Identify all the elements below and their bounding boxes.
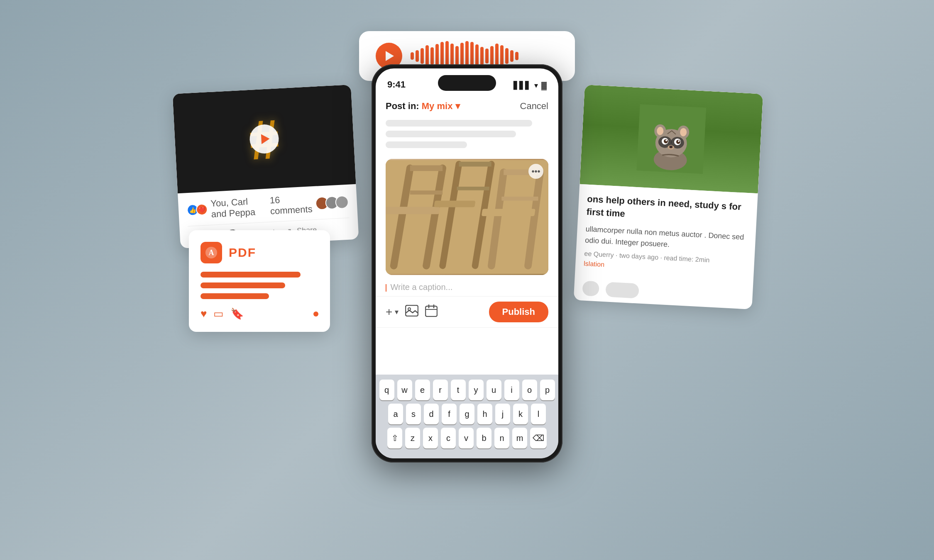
- post-image-menu-button[interactable]: •••: [528, 164, 543, 179]
- heart-action-icon[interactable]: ♥: [200, 307, 207, 320]
- waveform-bar: [485, 49, 489, 63]
- key-y[interactable]: y: [469, 380, 484, 400]
- article-image: [579, 85, 763, 193]
- waveform-bar: [505, 48, 509, 64]
- waveform-bar: [416, 50, 419, 62]
- key-u[interactable]: u: [487, 380, 501, 400]
- publish-button[interactable]: Publish: [489, 302, 548, 322]
- waveform-bar: [430, 47, 434, 65]
- wifi-icon: ▾: [534, 81, 538, 90]
- pdf-card: A PDF ♥ ▭ 🔖: [189, 230, 330, 332]
- waveform-bar: [421, 48, 424, 64]
- pdf-bar-1: [200, 272, 301, 278]
- image-button[interactable]: [405, 305, 418, 319]
- key-g[interactable]: g: [460, 404, 474, 424]
- waveform-bar: [515, 52, 518, 60]
- key-e[interactable]: e: [415, 380, 430, 400]
- fb-video-thumbnail: #: [173, 85, 356, 193]
- key-k[interactable]: k: [513, 404, 528, 424]
- calendar-button[interactable]: [425, 304, 438, 320]
- key-s[interactable]: s: [406, 404, 421, 424]
- article-title: ons help others in need, study s for fir…: [586, 193, 749, 227]
- article-excerpt: ullamcorper nulla non metus auctor . Don…: [585, 223, 748, 254]
- pdf-header: A PDF: [200, 242, 318, 263]
- key-%E2%87%A7[interactable]: ⇧: [387, 428, 402, 448]
- heart-icon: ❤️: [196, 203, 208, 215]
- pdf-bar-3: [200, 293, 269, 299]
- phone-frame: 9:41 ▋▋▋ ▾ ▓ Post in: My mix ▾ Cancel: [372, 64, 562, 463]
- waveform-bar: [425, 45, 429, 67]
- svg-rect-32: [386, 207, 440, 214]
- cancel-button[interactable]: Cancel: [520, 101, 548, 112]
- waveform-bar: [490, 46, 494, 66]
- phone-content: Post in: My mix ▾ Cancel: [376, 93, 558, 458]
- facebook-card: # 👍 ❤️ You, Carl and Peppa 16 comments 👍…: [173, 85, 359, 248]
- article-content: ons help others in need, study s for fir…: [575, 184, 758, 285]
- post-toolbar: + ▾: [376, 297, 558, 328]
- comment-action-icon[interactable]: ▭: [213, 307, 224, 320]
- key-n[interactable]: n: [494, 428, 509, 448]
- waveform-bar: [500, 45, 504, 67]
- keyboard-row-1: qwertyuiop: [379, 380, 555, 400]
- avatar-3: [335, 195, 349, 209]
- key-%E2%8C%AB[interactable]: ⌫: [530, 428, 547, 448]
- keyboard-row-3: ⇧zxcvbnm⌫: [379, 428, 555, 448]
- reaction-text: You, Carl and Peppa: [210, 195, 266, 220]
- waveform-bar: [510, 50, 513, 62]
- key-f[interactable]: f: [442, 404, 457, 424]
- caption-placeholder: Write a caption...: [391, 282, 453, 292]
- key-x[interactable]: x: [423, 428, 438, 448]
- article-action-btn-2[interactable]: [605, 282, 639, 298]
- pdf-bar-2: [200, 282, 285, 288]
- fb-reactions-row: 👍 ❤️ You, Carl and Peppa 16 comments: [186, 191, 349, 221]
- keyboard-row-2: asdfghjkl: [379, 404, 555, 424]
- post-image-container: •••: [386, 159, 548, 275]
- text-line-2: [386, 131, 516, 137]
- key-j[interactable]: j: [495, 404, 510, 424]
- key-d[interactable]: d: [424, 404, 439, 424]
- key-q[interactable]: q: [379, 380, 394, 400]
- status-icons: ▋▋▋ ▾ ▓: [513, 81, 547, 90]
- key-m[interactable]: m: [512, 428, 527, 448]
- pdf-icon: A: [200, 242, 222, 263]
- svg-rect-33: [434, 201, 475, 207]
- article-action-btn-1[interactable]: [582, 280, 599, 296]
- raccoon-illustration: [636, 104, 706, 174]
- bookmark-action-icon[interactable]: 🔖: [230, 307, 244, 320]
- svg-text:A: A: [209, 248, 214, 257]
- text-line-3: [386, 141, 467, 148]
- post-in-label: Post in: My mix ▾: [386, 101, 460, 112]
- key-h[interactable]: h: [477, 404, 492, 424]
- raccoon-background: [579, 85, 763, 193]
- key-r[interactable]: r: [433, 380, 448, 400]
- key-z[interactable]: z: [405, 428, 420, 448]
- key-o[interactable]: o: [522, 380, 537, 400]
- commenter-avatars: [315, 195, 349, 210]
- waveform-bar: [411, 52, 414, 60]
- svg-rect-35: [406, 305, 418, 316]
- key-v[interactable]: v: [459, 428, 474, 448]
- post-text-area: [376, 117, 558, 156]
- key-c[interactable]: c: [441, 428, 456, 448]
- reaction-icons: 👍 ❤️: [187, 203, 208, 216]
- keyboard: qwertyuiop asdfghjkl ⇧zxcvbnm⌫: [376, 375, 558, 458]
- key-p[interactable]: p: [540, 380, 555, 400]
- key-a[interactable]: a: [388, 404, 403, 424]
- text-line-1: [386, 120, 532, 127]
- caption-input[interactable]: Write a caption...: [376, 278, 558, 297]
- waveform-bar: [480, 47, 484, 65]
- svg-rect-34: [482, 209, 535, 216]
- key-l[interactable]: l: [531, 404, 546, 424]
- battery-icon: ▓: [541, 81, 547, 90]
- key-i[interactable]: i: [504, 380, 519, 400]
- audio-waveform: [411, 45, 518, 67]
- pdf-action-icons: ♥ ▭ 🔖: [200, 307, 318, 320]
- key-w[interactable]: w: [397, 380, 412, 400]
- scene: # 👍 ❤️ You, Carl and Peppa 16 comments 👍…: [176, 31, 758, 529]
- signal-icon: ▋▋▋: [513, 81, 531, 90]
- add-media-button[interactable]: + ▾: [386, 305, 399, 319]
- key-b[interactable]: b: [477, 428, 491, 448]
- post-in-value[interactable]: My mix ▾: [422, 101, 460, 111]
- article-card: ons help others in need, study s for fir…: [574, 85, 763, 309]
- key-t[interactable]: t: [451, 380, 466, 400]
